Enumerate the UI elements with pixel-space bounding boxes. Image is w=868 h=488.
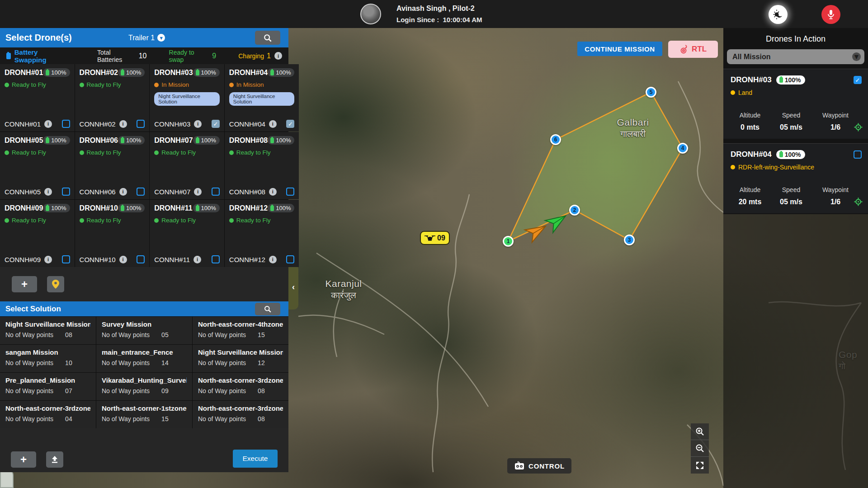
battery-badge: 100% [118, 204, 145, 212]
waypoints-label: No of Way points [102, 331, 150, 338]
locate-target-icon[interactable] [854, 197, 863, 208]
continue-mission-button[interactable]: CONTINUE MISSION [577, 42, 662, 56]
pilot-name: Avinash Singh , Pilot-2 [396, 5, 475, 13]
drone-info-icon[interactable]: i [44, 120, 52, 128]
mission-card[interactable]: North-east-corner-3rdzone3No of Way poin… [0, 401, 96, 428]
action-drone-checkbox[interactable] [854, 150, 862, 159]
solution-search-button[interactable] [255, 303, 280, 315]
mission-card[interactable]: North-east-corner-3rdzone2No of Way poin… [193, 401, 288, 428]
mission-card[interactable]: North-east-corner-1stzoneNo of Way point… [96, 401, 192, 428]
drone-info-icon[interactable]: i [269, 256, 277, 263]
conn-id: CONNH#04 [229, 120, 265, 128]
waypoint-marker[interactable]: 2 [569, 205, 580, 216]
execute-button[interactable]: Execute [233, 450, 278, 468]
mission-card[interactable]: sangam MissionNo of Way points10 [0, 345, 96, 372]
mission-filter-dropdown[interactable]: All Mission ▼ [727, 49, 864, 64]
status-dot [5, 83, 9, 87]
trailer-dropdown[interactable]: Trailer 1 ▼ [128, 34, 165, 42]
zoom-out-button[interactable] [691, 440, 709, 457]
drone-info-icon[interactable]: i [119, 188, 127, 196]
action-drone-checkbox[interactable]: ✓ [854, 76, 862, 84]
status-dot [731, 90, 735, 95]
drone-checkbox[interactable] [137, 120, 145, 128]
drone-checkbox[interactable]: ✓ [286, 120, 294, 128]
battery-icon [270, 70, 274, 75]
add-drone-button[interactable]: + [12, 276, 37, 292]
drone-checkbox[interactable] [62, 255, 70, 263]
mission-name: sangam Mission [5, 348, 90, 356]
altitude-label: Altitude [731, 186, 769, 193]
battery-info-icon[interactable]: i [274, 52, 282, 60]
drone-card: DRONH#04100%In MissionNight Surveillance… [225, 64, 299, 131]
mission-card[interactable]: North-east-corner-4thzoneNo of Way point… [193, 317, 288, 344]
drone-checkbox[interactable] [62, 188, 70, 196]
fullscreen-button[interactable] [691, 457, 709, 474]
conn-id: CONNH#03 [154, 120, 190, 128]
mission-card[interactable]: Vikarabad_Hunting_Surveillan..No of Way … [96, 373, 192, 400]
mic-button[interactable] [821, 5, 840, 24]
battery-percent: 100% [126, 137, 141, 144]
drone-checkbox[interactable]: ✓ [212, 120, 220, 128]
microphone-icon [826, 9, 835, 19]
zoom-in-button[interactable] [691, 423, 709, 440]
battery-icon [121, 70, 124, 75]
mission-card[interactable]: Night Surveillance MissionNo of Way poin… [193, 345, 288, 372]
drone-name: DRONH#01 [5, 69, 43, 77]
drone-checkbox[interactable] [137, 255, 145, 263]
drone-name: DRONH#03 [154, 69, 193, 77]
drone-status: Ready to Fly [80, 149, 145, 156]
drone-checkbox[interactable] [286, 255, 294, 263]
theme-toggle-button[interactable] [769, 5, 788, 24]
waypoint-marker[interactable]: 1 [503, 236, 514, 247]
drone-checkbox[interactable] [62, 120, 70, 128]
panel-collapse-toggle[interactable]: ‹ [288, 264, 298, 310]
solution-tag[interactable]: Night Surveillance Solution [229, 92, 295, 106]
status-dot [229, 83, 234, 87]
mission-name: Pre_planned_Mission [5, 376, 90, 384]
drone-checkbox[interactable] [212, 255, 220, 263]
drone-info-icon[interactable]: i [44, 256, 52, 263]
locate-target-icon[interactable] [854, 123, 863, 133]
rtl-button[interactable]: RTL [668, 41, 718, 58]
avatar[interactable] [360, 4, 381, 24]
drone-info-icon[interactable]: i [193, 256, 201, 263]
mission-card[interactable]: North-east-corner-3rdzoneNo of Way point… [193, 373, 288, 400]
mission-card[interactable]: Survey MissionNo of Way points05 [96, 317, 192, 344]
solution-tag[interactable]: Night Surveillance Solution [154, 92, 220, 106]
speed-label: Speed [769, 112, 813, 119]
status-text: Ready to Fly [87, 149, 121, 156]
waypoint-marker[interactable]: 3 [624, 235, 635, 245]
upload-mission-button[interactable] [46, 451, 63, 468]
locate-drones-button[interactable] [47, 276, 64, 292]
telemetry-waypoint: Waypoint1/6 [813, 186, 858, 206]
battery-percent: 100% [51, 205, 66, 211]
charging-value: 1 [267, 52, 271, 60]
drone-checkbox[interactable] [212, 188, 220, 196]
mission-name: North-east-corner-4thzone [198, 320, 283, 328]
drone-search-button[interactable] [255, 31, 280, 45]
drone-info-icon[interactable]: i [44, 188, 52, 196]
drone-info-icon[interactable]: i [269, 188, 277, 196]
mission-card[interactable]: Night Surveillance MissionNo of Way poin… [0, 317, 96, 344]
drone-info-icon[interactable]: i [119, 256, 127, 263]
drone-checkbox[interactable] [137, 188, 145, 196]
control-button[interactable]: CONTROL [507, 458, 571, 474]
add-mission-button[interactable]: + [11, 451, 36, 468]
waypoint-marker[interactable]: 6 [550, 134, 561, 145]
battery-swapping-link[interactable]: Battery Swapping [14, 48, 70, 64]
status-dot [154, 218, 159, 223]
drone-info-icon[interactable]: i [194, 188, 202, 196]
drone-info-icon[interactable]: i [119, 120, 127, 128]
drone-info-icon[interactable]: i [269, 120, 277, 128]
mission-card[interactable]: Pre_planned_MissionNo of Way points07 [0, 373, 96, 400]
speed-value: 05 m/s [769, 123, 813, 131]
waypoint-marker[interactable]: 4 [677, 143, 688, 154]
altitude-label: Altitude [731, 112, 769, 119]
waypoint-marker[interactable]: 5 [646, 87, 656, 98]
drone-checkbox[interactable] [286, 188, 294, 196]
waypoints-label: No of Way points [198, 387, 246, 394]
mission-card[interactable]: main_entrance_FenceNo of Way points14 [96, 345, 192, 372]
speed-label: Speed [769, 186, 813, 193]
drone-info-icon[interactable]: i [194, 120, 202, 128]
drone-count-tag[interactable]: 09 [420, 231, 450, 245]
